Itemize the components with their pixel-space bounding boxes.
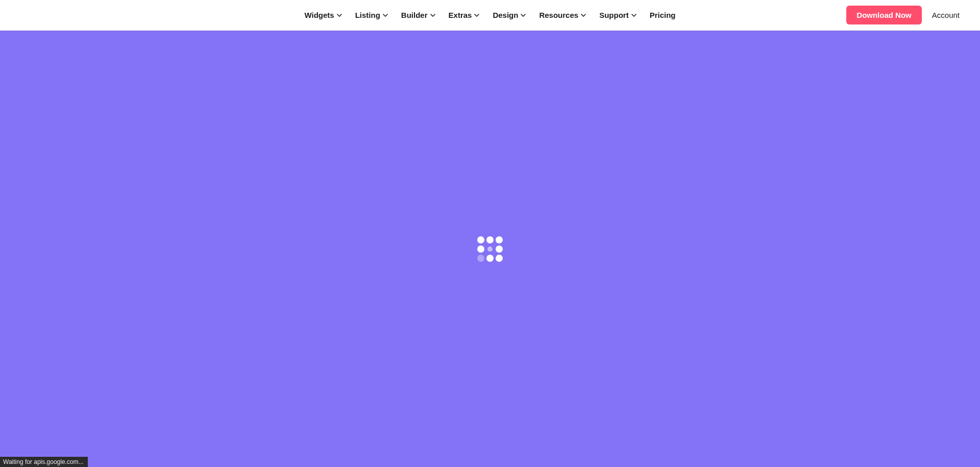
- nav-item-support[interactable]: Support: [599, 8, 636, 22]
- nav-item-design[interactable]: Design: [493, 8, 526, 22]
- chevron-down-icon: [474, 13, 479, 18]
- account-link-label: Account: [932, 11, 960, 19]
- nav-item-extras[interactable]: Extras: [449, 8, 480, 22]
- download-button[interactable]: Download Now: [846, 6, 922, 24]
- chevron-down-icon: [581, 13, 586, 18]
- chevron-down-icon: [430, 13, 435, 18]
- main-nav: Widgets Listing Builder Extras Design: [304, 8, 675, 22]
- chevron-down-icon: [521, 13, 526, 18]
- chevron-down-icon: [337, 13, 342, 18]
- nav-item-resources[interactable]: Resources: [539, 8, 586, 22]
- loading-spinner-icon: [477, 236, 503, 262]
- download-button-label: Download Now: [856, 11, 912, 19]
- header-right: Download Now Account: [846, 0, 960, 30]
- browser-status-bar: Waiting for apis.google.com...: [0, 457, 88, 467]
- top-nav-bar: Widgets Listing Builder Extras Design: [0, 0, 980, 31]
- nav-item-label: Pricing: [650, 11, 676, 19]
- nav-item-label: Design: [493, 11, 518, 19]
- nav-item-label: Listing: [355, 11, 380, 19]
- nav-item-widgets[interactable]: Widgets: [304, 8, 341, 22]
- nav-item-label: Support: [599, 11, 629, 19]
- nav-item-pricing[interactable]: Pricing: [650, 8, 676, 22]
- chevron-down-icon: [383, 13, 388, 18]
- nav-item-label: Widgets: [304, 11, 334, 19]
- nav-item-label: Extras: [449, 11, 472, 19]
- account-link[interactable]: Account: [932, 11, 960, 19]
- nav-item-label: Resources: [539, 11, 578, 19]
- nav-item-builder[interactable]: Builder: [401, 8, 435, 22]
- loading-area: [0, 31, 980, 467]
- nav-item-listing[interactable]: Listing: [355, 8, 388, 22]
- chevron-down-icon: [631, 13, 636, 18]
- nav-item-label: Builder: [401, 11, 428, 19]
- status-text: Waiting for apis.google.com...: [3, 458, 84, 465]
